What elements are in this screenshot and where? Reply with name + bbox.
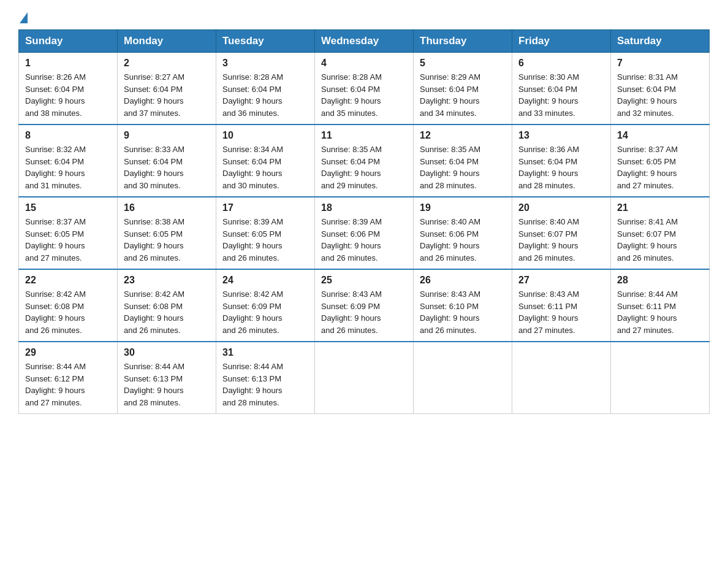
day-number: 19 [420,202,506,213]
day-cell: 19 Sunrise: 8:40 AM Sunset: 6:06 PM Dayl… [414,197,512,269]
day-cell: 18 Sunrise: 8:39 AM Sunset: 6:06 PM Dayl… [315,197,414,269]
day-cell [512,342,611,414]
day-info: Sunrise: 8:37 AM Sunset: 6:05 PM Dayligh… [617,144,703,191]
week-row-5: 29 Sunrise: 8:44 AM Sunset: 6:12 PM Dayl… [19,342,710,414]
day-info: Sunrise: 8:42 AM Sunset: 6:09 PM Dayligh… [222,288,308,336]
header-friday: Friday [512,30,611,53]
day-cell: 10 Sunrise: 8:34 AM Sunset: 6:04 PM Dayl… [216,124,315,197]
day-info: Sunrise: 8:33 AM Sunset: 6:04 PM Dayligh… [124,144,210,191]
day-info: Sunrise: 8:41 AM Sunset: 6:07 PM Dayligh… [617,216,703,264]
day-info: Sunrise: 8:31 AM Sunset: 6:04 PM Dayligh… [617,71,703,119]
page-header [18,12,710,23]
day-number: 29 [25,347,111,358]
logo [18,12,28,23]
day-info: Sunrise: 8:36 AM Sunset: 6:04 PM Dayligh… [518,144,604,191]
day-number: 12 [420,130,506,141]
day-number: 15 [25,202,111,213]
day-info: Sunrise: 8:38 AM Sunset: 6:05 PM Dayligh… [124,216,210,264]
week-row-3: 15 Sunrise: 8:37 AM Sunset: 6:05 PM Dayl… [19,197,710,269]
day-info: Sunrise: 8:27 AM Sunset: 6:04 PM Dayligh… [124,71,210,119]
day-info: Sunrise: 8:35 AM Sunset: 6:04 PM Dayligh… [420,144,506,191]
day-cell: 15 Sunrise: 8:37 AM Sunset: 6:05 PM Dayl… [19,197,118,269]
day-number: 24 [222,275,308,286]
day-cell: 30 Sunrise: 8:44 AM Sunset: 6:13 PM Dayl… [118,342,216,414]
week-row-4: 22 Sunrise: 8:42 AM Sunset: 6:08 PM Dayl… [19,269,710,342]
day-number: 8 [25,130,111,141]
day-cell: 9 Sunrise: 8:33 AM Sunset: 6:04 PM Dayli… [118,124,216,197]
day-cell: 20 Sunrise: 8:40 AM Sunset: 6:07 PM Dayl… [512,197,611,269]
day-info: Sunrise: 8:35 AM Sunset: 6:04 PM Dayligh… [321,144,407,191]
day-info: Sunrise: 8:43 AM Sunset: 6:11 PM Dayligh… [518,288,604,336]
day-cell: 16 Sunrise: 8:38 AM Sunset: 6:05 PM Dayl… [118,197,216,269]
day-number: 7 [617,58,703,69]
day-number: 2 [124,58,210,69]
day-cell: 21 Sunrise: 8:41 AM Sunset: 6:07 PM Dayl… [611,197,710,269]
day-cell: 28 Sunrise: 8:44 AM Sunset: 6:11 PM Dayl… [611,269,710,342]
day-info: Sunrise: 8:42 AM Sunset: 6:08 PM Dayligh… [25,288,111,336]
week-row-2: 8 Sunrise: 8:32 AM Sunset: 6:04 PM Dayli… [19,124,710,197]
day-cell: 13 Sunrise: 8:36 AM Sunset: 6:04 PM Dayl… [512,124,611,197]
day-number: 9 [124,130,210,141]
logo-triangle-icon [20,12,28,23]
day-info: Sunrise: 8:39 AM Sunset: 6:06 PM Dayligh… [321,216,407,264]
day-number: 10 [222,130,308,141]
day-cell: 4 Sunrise: 8:28 AM Sunset: 6:04 PM Dayli… [315,53,414,125]
header-saturday: Saturday [611,30,710,53]
day-cell [315,342,414,414]
day-info: Sunrise: 8:32 AM Sunset: 6:04 PM Dayligh… [25,144,111,191]
day-number: 14 [617,130,703,141]
day-cell [611,342,710,414]
day-cell: 25 Sunrise: 8:43 AM Sunset: 6:09 PM Dayl… [315,269,414,342]
day-number: 5 [420,58,506,69]
day-cell: 29 Sunrise: 8:44 AM Sunset: 6:12 PM Dayl… [19,342,118,414]
day-cell: 5 Sunrise: 8:29 AM Sunset: 6:04 PM Dayli… [414,53,512,125]
day-number: 28 [617,275,703,286]
day-number: 27 [518,275,604,286]
day-number: 13 [518,130,604,141]
day-cell: 14 Sunrise: 8:37 AM Sunset: 6:05 PM Dayl… [611,124,710,197]
day-cell: 2 Sunrise: 8:27 AM Sunset: 6:04 PM Dayli… [118,53,216,125]
day-cell: 24 Sunrise: 8:42 AM Sunset: 6:09 PM Dayl… [216,269,315,342]
day-info: Sunrise: 8:28 AM Sunset: 6:04 PM Dayligh… [321,71,407,119]
header-sunday: Sunday [19,30,118,53]
day-info: Sunrise: 8:39 AM Sunset: 6:05 PM Dayligh… [222,216,308,264]
day-info: Sunrise: 8:34 AM Sunset: 6:04 PM Dayligh… [222,144,308,191]
day-cell: 7 Sunrise: 8:31 AM Sunset: 6:04 PM Dayli… [611,53,710,125]
day-cell: 1 Sunrise: 8:26 AM Sunset: 6:04 PM Dayli… [19,53,118,125]
day-number: 18 [321,202,407,213]
day-number: 6 [518,58,604,69]
day-info: Sunrise: 8:28 AM Sunset: 6:04 PM Dayligh… [222,71,308,119]
day-number: 3 [222,58,308,69]
day-cell: 6 Sunrise: 8:30 AM Sunset: 6:04 PM Dayli… [512,53,611,125]
day-number: 23 [124,275,210,286]
day-number: 21 [617,202,703,213]
day-number: 4 [321,58,407,69]
day-info: Sunrise: 8:29 AM Sunset: 6:04 PM Dayligh… [420,71,506,119]
day-info: Sunrise: 8:43 AM Sunset: 6:10 PM Dayligh… [420,288,506,336]
day-cell [414,342,512,414]
day-info: Sunrise: 8:44 AM Sunset: 6:12 PM Dayligh… [25,361,111,408]
day-number: 1 [25,58,111,69]
day-info: Sunrise: 8:44 AM Sunset: 6:13 PM Dayligh… [222,361,308,408]
day-info: Sunrise: 8:37 AM Sunset: 6:05 PM Dayligh… [25,216,111,264]
day-cell: 17 Sunrise: 8:39 AM Sunset: 6:05 PM Dayl… [216,197,315,269]
day-number: 20 [518,202,604,213]
day-cell: 23 Sunrise: 8:42 AM Sunset: 6:08 PM Dayl… [118,269,216,342]
day-info: Sunrise: 8:44 AM Sunset: 6:13 PM Dayligh… [124,361,210,408]
day-number: 31 [222,347,308,358]
day-number: 30 [124,347,210,358]
header-monday: Monday [118,30,216,53]
day-cell: 12 Sunrise: 8:35 AM Sunset: 6:04 PM Dayl… [414,124,512,197]
day-number: 26 [420,275,506,286]
day-number: 25 [321,275,407,286]
day-info: Sunrise: 8:40 AM Sunset: 6:07 PM Dayligh… [518,216,604,264]
day-info: Sunrise: 8:43 AM Sunset: 6:09 PM Dayligh… [321,288,407,336]
calendar-header-row: SundayMondayTuesdayWednesdayThursdayFrid… [19,30,710,53]
day-number: 16 [124,202,210,213]
day-cell: 27 Sunrise: 8:43 AM Sunset: 6:11 PM Dayl… [512,269,611,342]
day-info: Sunrise: 8:40 AM Sunset: 6:06 PM Dayligh… [420,216,506,264]
header-tuesday: Tuesday [216,30,315,53]
day-info: Sunrise: 8:30 AM Sunset: 6:04 PM Dayligh… [518,71,604,119]
day-cell: 11 Sunrise: 8:35 AM Sunset: 6:04 PM Dayl… [315,124,414,197]
day-info: Sunrise: 8:26 AM Sunset: 6:04 PM Dayligh… [25,71,111,119]
